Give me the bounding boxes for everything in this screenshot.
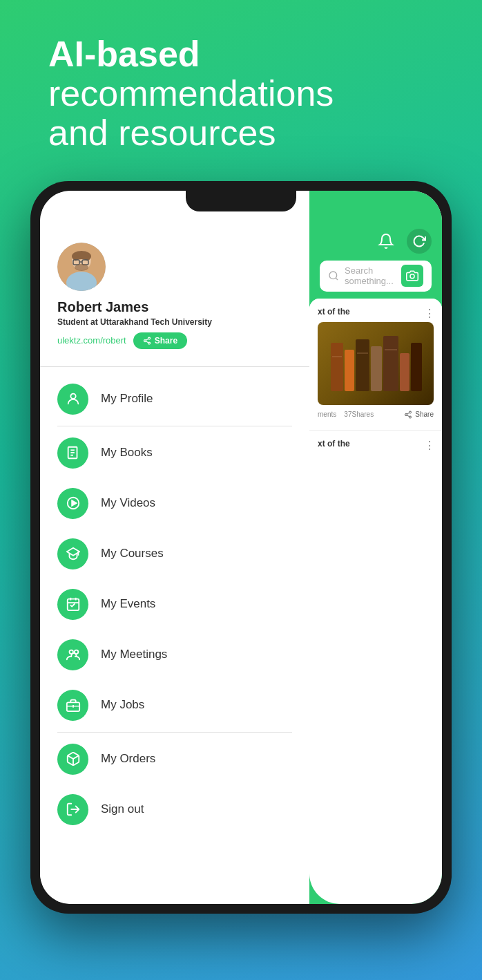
menu-item-signout[interactable]: Sign out (47, 784, 302, 835)
svg-point-36 (410, 274, 414, 279)
svg-point-47 (409, 411, 412, 413)
svg-rect-42 (400, 353, 409, 391)
card-title-2: xt of the (318, 439, 434, 449)
svg-point-34 (329, 272, 337, 279)
menu-list: My Profile My Book (40, 374, 309, 835)
menu-label-orders: My Orders (101, 752, 155, 766)
menu-label-books: My Books (101, 446, 153, 460)
hero-section: AI-based recommendationsand resources (0, 0, 482, 174)
meetings-icon-circle (57, 639, 88, 670)
right-search-area: Search something... (309, 261, 442, 299)
svg-point-48 (405, 413, 407, 415)
menu-divider-1 (57, 426, 292, 426)
menu-label-videos: My Videos (101, 496, 155, 510)
card-footer-1: ments 37Shares Share (318, 405, 434, 422)
svg-line-51 (407, 413, 409, 414)
menu-label-signout: Sign out (101, 802, 144, 816)
share-label: Share (155, 336, 177, 346)
menu-label-courses: My Courses (101, 547, 164, 560)
menu-item-books[interactable]: My Books (47, 428, 302, 478)
menu-item-profile[interactable]: My Profile (47, 374, 302, 424)
menu-item-courses[interactable]: My Courses (47, 529, 302, 579)
box-icon (66, 751, 81, 766)
right-content: ⋮ xt of the (309, 299, 442, 904)
briefcase-icon (66, 697, 81, 713)
events-icon-circle (57, 589, 88, 620)
card-title-1: xt of the (318, 307, 434, 317)
svg-line-50 (407, 415, 409, 416)
user-link[interactable]: ulektz.com/robert (57, 335, 126, 346)
book-icon (66, 445, 81, 460)
hero-title: AI-based recommendationsand resources (48, 35, 434, 153)
user-link-row: ulektz.com/robert Share (57, 332, 292, 349)
orders-icon-circle (57, 744, 88, 775)
people-icon (66, 647, 81, 662)
refresh-icon[interactable] (407, 229, 432, 254)
subtitle-prefix: Student at (57, 317, 100, 327)
user-name: Robert James (57, 299, 292, 315)
search-icon (328, 270, 339, 281)
svg-rect-41 (383, 336, 398, 391)
person-icon (66, 391, 81, 406)
menu-item-orders[interactable]: My Orders (47, 734, 302, 784)
left-panel: Robert James Student at Uttarakhand Tech… (40, 191, 309, 904)
camera-icon (406, 270, 418, 282)
content-card-1: ⋮ xt of the (309, 299, 442, 427)
svg-rect-40 (371, 346, 382, 391)
logout-icon (66, 802, 81, 817)
three-dots-menu-1[interactable]: ⋮ (424, 307, 435, 320)
courses-icon-circle (57, 538, 88, 569)
svg-point-15 (70, 394, 75, 399)
play-icon (66, 496, 81, 511)
books-illustration (324, 329, 427, 398)
svg-rect-38 (345, 350, 354, 391)
menu-label-meetings: My Meetings (101, 648, 167, 661)
menu-item-videos[interactable]: My Videos (47, 478, 302, 529)
menu-label-jobs: My Jobs (101, 698, 144, 712)
content-card-2: ⋮ xt of the (309, 430, 442, 457)
hero-title-bold: AI-based (48, 34, 200, 74)
jobs-icon-circle (57, 690, 88, 721)
divider-top (40, 366, 309, 367)
svg-point-49 (409, 416, 412, 418)
avatar (57, 243, 106, 291)
card-image-1 (318, 322, 434, 405)
svg-point-10 (148, 337, 150, 339)
svg-line-13 (146, 341, 148, 342)
search-box[interactable]: Search something... (320, 261, 432, 292)
profile-icon-circle (57, 384, 88, 415)
share-icon-1 (404, 411, 412, 419)
right-panel: Search something... ⋮ xt (309, 191, 442, 904)
books-icon-circle (57, 437, 88, 469)
svg-rect-37 (331, 343, 343, 391)
menu-label-profile: My Profile (101, 392, 153, 406)
search-placeholder: Search something... (345, 265, 396, 286)
three-dots-menu-2[interactable]: ⋮ (424, 439, 435, 452)
svg-point-11 (144, 339, 146, 341)
menu-item-jobs[interactable]: My Jobs (47, 680, 302, 731)
share-button[interactable]: Share (133, 332, 187, 349)
svg-rect-43 (411, 343, 422, 391)
share-label-1: Share (415, 411, 434, 418)
videos-icon-circle (57, 488, 88, 519)
svg-rect-39 (356, 339, 369, 391)
share-row-1[interactable]: Share (404, 411, 434, 419)
subtitle-university: Uttarakhand Tech University (100, 317, 212, 327)
svg-marker-21 (72, 500, 76, 505)
svg-line-35 (336, 278, 338, 280)
signout-icon-circle (57, 794, 88, 825)
graduation-icon (66, 546, 81, 561)
phone: Robert James Student at Uttarakhand Tech… (30, 181, 452, 914)
user-section: Robert James Student at Uttarakhand Tech… (40, 229, 309, 359)
menu-divider-2 (57, 732, 292, 733)
right-top-bar (309, 191, 442, 261)
menu-item-events[interactable]: My Events (47, 579, 302, 630)
card-stats-1: ments 37Shares (318, 411, 374, 418)
svg-point-12 (148, 342, 150, 344)
svg-point-9 (75, 264, 88, 271)
bell-icon[interactable] (374, 229, 398, 254)
menu-label-events: My Events (101, 597, 155, 611)
phone-container: Robert James Student at Uttarakhand Tech… (0, 181, 482, 921)
camera-icon-box[interactable] (401, 265, 423, 287)
menu-item-meetings[interactable]: My Meetings (47, 630, 302, 680)
